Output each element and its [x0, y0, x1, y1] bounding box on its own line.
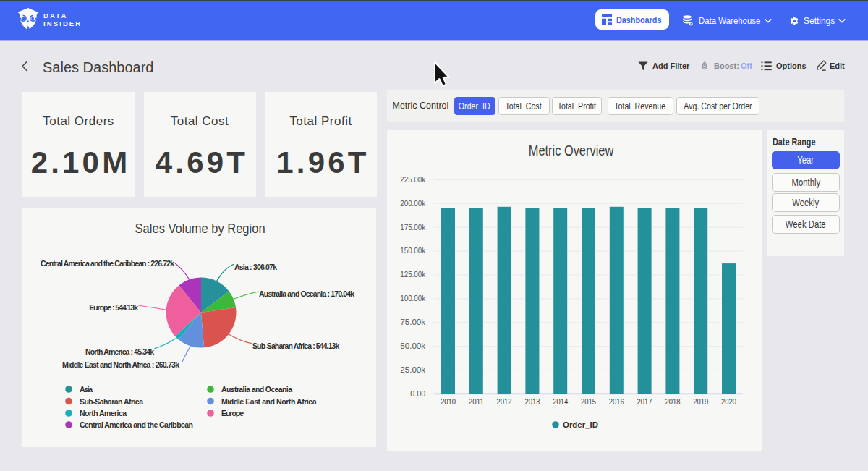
svg-text:150.00k: 150.00k — [400, 246, 426, 255]
svg-text:175.00k: 175.00k — [400, 223, 426, 232]
svg-text:2014: 2014 — [553, 397, 568, 406]
svg-text:225.00k: 225.00k — [400, 175, 426, 184]
svg-text:Australia and Oceania : 170.04: Australia and Oceania : 170.04k — [259, 289, 354, 298]
svg-text:75.00k: 75.00k — [400, 318, 426, 326]
svg-text:25.00k: 25.00k — [400, 365, 426, 374]
svg-text:200.00k: 200.00k — [400, 199, 426, 208]
svg-text:100.00k: 100.00k — [400, 294, 426, 302]
svg-text:Middle East and North Africa :: Middle East and North Africa : 260.73k — [62, 360, 179, 369]
svg-text:2015: 2015 — [581, 397, 596, 406]
svg-text:Order_ID: Order_ID — [563, 420, 598, 429]
svg-text:2016: 2016 — [609, 397, 624, 406]
svg-text:Sub-Saharan Africa: Sub-Saharan Africa — [80, 397, 143, 406]
svg-text:Australia and Oceania: Australia and Oceania — [221, 385, 292, 394]
svg-text:2012: 2012 — [497, 397, 512, 406]
svg-text:Central America and the Caribb: Central America and the Caribbean — [80, 420, 193, 429]
svg-text:North America: North America — [80, 409, 127, 417]
svg-text:Europe : 544.13k: Europe : 544.13k — [89, 303, 138, 312]
svg-text:2017: 2017 — [637, 397, 652, 406]
svg-text:2018: 2018 — [665, 397, 680, 406]
svg-text:2011: 2011 — [469, 397, 484, 406]
svg-text:2013: 2013 — [524, 397, 540, 406]
svg-text:Central America and the Caribb: Central America and the Caribbean : 226.… — [41, 259, 174, 268]
svg-text:Asia : 306.07k: Asia : 306.07k — [234, 263, 277, 271]
svg-text:Middle East and North Africa: Middle East and North Africa — [221, 397, 317, 406]
svg-text:2010: 2010 — [441, 397, 456, 406]
svg-text:2019: 2019 — [693, 397, 708, 406]
svg-text:Sales Volume by Region: Sales Volume by Region — [135, 221, 265, 236]
svg-text:0.00: 0.00 — [410, 389, 425, 398]
svg-text:Asia: Asia — [80, 385, 93, 394]
svg-text:Metric Overview: Metric Overview — [529, 143, 614, 158]
svg-text:Sub-Saharan Africa : 544.13k: Sub-Saharan Africa : 544.13k — [252, 341, 340, 350]
svg-text:125.00k: 125.00k — [400, 270, 426, 279]
svg-text:North America : 45.34k: North America : 45.34k — [85, 347, 154, 356]
svg-text:50.00k: 50.00k — [400, 341, 426, 350]
svg-text:Europe: Europe — [221, 409, 244, 417]
svg-text:2020: 2020 — [721, 397, 736, 406]
